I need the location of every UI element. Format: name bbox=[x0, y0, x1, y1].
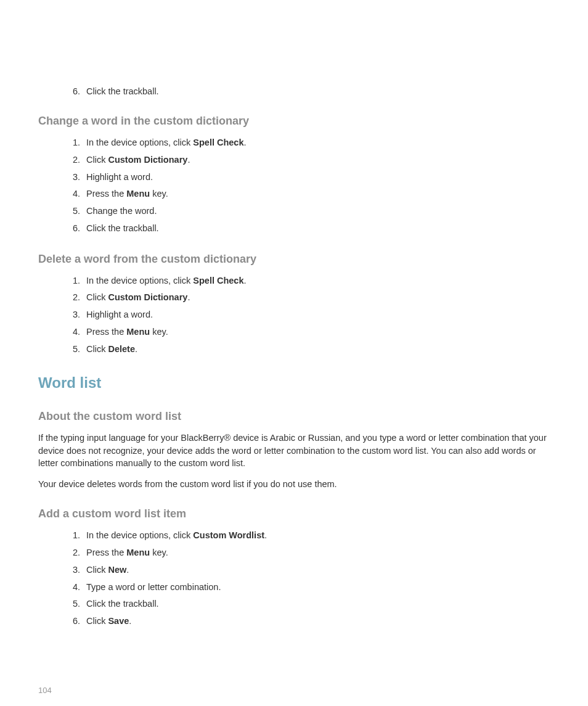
step-text: Click Save. bbox=[86, 615, 131, 628]
step-text: Press the Menu key. bbox=[86, 546, 168, 560]
step-item: 3.Highlight a word. bbox=[67, 308, 550, 322]
step-number: 4. bbox=[67, 581, 80, 594]
bold-text: Spell Check bbox=[193, 138, 243, 147]
step-text: Click the trackball. bbox=[86, 86, 159, 96]
section-heading: Add a custom word list item bbox=[38, 507, 550, 520]
steps-list: 1.In the device options, click Spell Che… bbox=[67, 136, 550, 236]
step-text: Click the trackball. bbox=[86, 222, 159, 236]
section-heading: About the custom word list bbox=[38, 410, 550, 423]
step-item: 1.In the device options, click Spell Che… bbox=[67, 136, 550, 150]
step-item: 6.Click the trackball. bbox=[67, 222, 550, 236]
bold-text: Delete bbox=[108, 344, 135, 354]
step-text: Highlight a word. bbox=[86, 171, 153, 184]
step-number: 2. bbox=[67, 291, 80, 305]
step-text: Click the trackball. bbox=[86, 597, 159, 611]
step-text: In the device options, click Spell Check… bbox=[86, 136, 247, 150]
section-delete-word: Delete a word from the custom dictionary… bbox=[38, 253, 550, 356]
step-number: 1. bbox=[67, 136, 80, 150]
section-about-wordlist: About the custom word list If the typing… bbox=[38, 410, 550, 490]
step-number: 6. bbox=[67, 222, 80, 236]
continued-step: 6. Click the trackball. bbox=[67, 86, 550, 96]
step-item: 5.Click the trackball. bbox=[67, 597, 550, 611]
bold-text: Menu bbox=[126, 548, 150, 557]
section-heading: Change a word in the custom dictionary bbox=[38, 115, 550, 128]
step-text: Click Custom Dictionary. bbox=[86, 291, 190, 305]
step-number: 2. bbox=[67, 546, 80, 560]
step-text: In the device options, click Spell Check… bbox=[86, 274, 247, 288]
step-number: 6. bbox=[67, 615, 80, 628]
step-text: Click Custom Dictionary. bbox=[86, 154, 190, 167]
step-item: 1.In the device options, click Custom Wo… bbox=[67, 529, 550, 543]
step-number: 3. bbox=[67, 564, 80, 577]
bold-text: Custom Dictionary bbox=[108, 292, 187, 302]
step-number: 1. bbox=[67, 274, 80, 288]
step-number: 4. bbox=[67, 326, 80, 339]
step-item: 2.Click Custom Dictionary. bbox=[67, 291, 550, 305]
section-change-word: Change a word in the custom dictionary 1… bbox=[38, 115, 550, 236]
bold-text: Menu bbox=[126, 327, 150, 337]
page-number: 104 bbox=[38, 686, 52, 695]
step-number: 5. bbox=[67, 205, 80, 218]
step-text: In the device options, click Custom Word… bbox=[86, 529, 267, 543]
main-heading: Word list bbox=[38, 374, 550, 392]
section-add-item: Add a custom word list item 1.In the dev… bbox=[38, 507, 550, 628]
step-item: 6.Click Save. bbox=[67, 615, 550, 628]
bold-text: Custom Wordlist bbox=[193, 530, 264, 540]
section-heading: Delete a word from the custom dictionary bbox=[38, 253, 550, 266]
step-number: 6. bbox=[67, 86, 80, 96]
step-number: 3. bbox=[67, 308, 80, 322]
step-number: 4. bbox=[67, 187, 80, 201]
step-text: Type a word or letter combination. bbox=[86, 581, 221, 594]
step-item: 2.Press the Menu key. bbox=[67, 546, 550, 560]
step-number: 5. bbox=[67, 597, 80, 611]
bold-text: Menu bbox=[126, 189, 150, 199]
step-number: 1. bbox=[67, 529, 80, 543]
step-text: Click New. bbox=[86, 564, 129, 577]
step-text: Highlight a word. bbox=[86, 308, 153, 322]
step-number: 5. bbox=[67, 343, 80, 356]
step-number: 3. bbox=[67, 171, 80, 184]
paragraph: If the typing input language for your Bl… bbox=[38, 432, 550, 469]
step-text: Change the word. bbox=[86, 205, 157, 218]
bold-text: Spell Check bbox=[193, 276, 243, 285]
step-item: 1.In the device options, click Spell Che… bbox=[67, 274, 550, 288]
bold-text: New bbox=[108, 565, 126, 575]
step-item: 5.Change the word. bbox=[67, 205, 550, 218]
step-text: Click Delete. bbox=[86, 343, 137, 356]
paragraph: Your device deletes words from the custo… bbox=[38, 478, 550, 490]
step-text: Press the Menu key. bbox=[86, 326, 168, 339]
step-item: 4.Press the Menu key. bbox=[67, 326, 550, 339]
step-item: 2.Click Custom Dictionary. bbox=[67, 154, 550, 167]
step-item: 3.Highlight a word. bbox=[67, 171, 550, 184]
step-text: Press the Menu key. bbox=[86, 187, 168, 201]
steps-list: 1.In the device options, click Spell Che… bbox=[67, 274, 550, 356]
step-item: 4.Type a word or letter combination. bbox=[67, 581, 550, 594]
bold-text: Custom Dictionary bbox=[108, 155, 187, 165]
step-item: 5.Click Delete. bbox=[67, 343, 550, 356]
bold-text: Save bbox=[108, 616, 129, 626]
steps-list: 1.In the device options, click Custom Wo… bbox=[67, 529, 550, 628]
step-number: 2. bbox=[67, 154, 80, 167]
step-item: 3.Click New. bbox=[67, 564, 550, 577]
step-item: 4.Press the Menu key. bbox=[67, 187, 550, 201]
